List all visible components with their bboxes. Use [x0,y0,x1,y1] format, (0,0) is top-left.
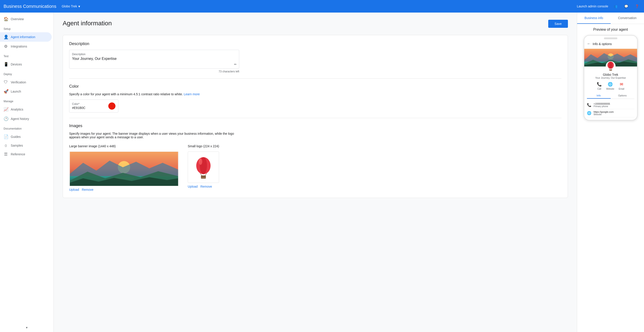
app-title: Business Communications [4,4,56,9]
sidebar: 🏠 Overview Setup 👤 Agent information ⚙ I… [0,13,54,332]
description-value: Your Journey, Our Expertise [72,57,236,66]
phone-info-rows: 📞 +15555555555 Primary phone 🌐 https://g… [587,101,634,117]
logo-actions: Upload Remove [188,185,219,188]
phone-header-title: Info & options [593,42,612,46]
svg-rect-14 [201,176,206,177]
phone-info-value: +15555555555 [594,102,610,105]
sidebar-item-overview[interactable]: 🏠 Overview [0,14,52,24]
logo-image-block: Small logo (224 x 224) [188,144,219,188]
sidebar-item-launch[interactable]: 🚀 Launch [0,87,52,96]
logo-upload-link[interactable]: Upload [188,185,198,188]
sidebar-item-integrations[interactable]: ⚙ Integrations [0,42,52,51]
sidebar-scroll-down[interactable]: ▾ [24,325,30,330]
email-icon: ✉ [620,82,623,87]
banner-image-block: Large banner image (1440 x 448) [69,144,179,192]
tab-business-info[interactable]: Business info [577,13,611,24]
devices-icon: 📱 [4,62,8,67]
sidebar-item-label: Launch [11,90,21,93]
svg-point-10 [199,158,202,165]
banner-actions: Upload Remove [69,188,179,192]
analytics-icon: 📈 [4,107,8,112]
sidebar-section-deploy: Deploy [0,69,54,78]
page-header: Agent information Save [63,20,568,28]
phone-logo-overlay [606,61,616,71]
images-hint: Specify images for your agent. The banne… [69,132,239,139]
right-panel: Business info Conversation Preview of yo… [577,13,644,332]
launch-icon: 🚀 [4,89,8,94]
sidebar-item-reference[interactable]: ☰ Reference [0,149,52,159]
save-button[interactable]: Save [548,20,568,28]
phone-banner-wrapper [584,49,637,67]
sidebar-item-label: Analytics [11,108,23,111]
images-grid: Large banner image (1440 x 448) [69,144,562,192]
phone-action-website: 🌐 Website [606,82,614,90]
samples-icon: ⟨⟩ [4,144,8,147]
chevron-down-icon: ▾ [78,4,80,9]
call-label: Call [597,88,601,90]
svg-rect-25 [609,70,612,71]
sidebar-section-manage: Manage [0,96,54,105]
description-field[interactable]: Description Your Journey, Our Expertise … [69,50,239,69]
color-hint: Specify a color for your agent with a mi… [69,92,562,96]
description-section-title: Description [69,42,562,46]
preview-title: Preview of your agent [581,28,640,32]
phone-header: ← Info & options [584,39,637,49]
people-icon[interactable]: 👥 [612,3,619,10]
phone-tab-options[interactable]: Options [611,93,634,99]
sidebar-section-setup: Setup [0,24,54,32]
sidebar-item-guides[interactable]: 📄 Guides [0,132,52,141]
color-field[interactable]: Color* #E91B0C [69,100,118,112]
sidebar-item-verification[interactable]: 🛡 Verification [0,78,52,87]
phone-agent-name: Globo Trek [587,73,634,76]
phone-agent-desc: Your Journey, Our Expertise [587,76,634,79]
right-panel-tabs: Business info Conversation [577,13,644,24]
logo-remove-link[interactable]: Remove [200,185,212,188]
phone-info-label: Primary phone [594,105,610,108]
top-nav: Business Communications Globo Trek ▾ Lau… [0,0,644,13]
banner-upload-link[interactable]: Upload [69,188,79,192]
email-label: Email [619,88,624,90]
phone-info-row-website: 🌐 https://google.com Website [587,109,634,117]
guides-icon: 📄 [4,134,8,139]
sidebar-item-label: Guides [11,135,20,138]
phone-info-value: https://google.com [594,110,614,113]
home-icon: 🏠 [4,17,8,22]
phone-action-email: ✉ Email [619,82,624,90]
launch-admin-link[interactable]: Launch admin console [577,5,608,8]
chat-icon[interactable]: 💬 [622,3,630,10]
tab-conversation[interactable]: Conversation [611,13,644,24]
sidebar-item-label: Agent information [11,35,35,39]
banner-container [69,151,179,186]
sidebar-section-test: Test [0,51,54,60]
phone-mockup: ← Info & options [584,35,638,120]
brand-selector[interactable]: Globo Trek ▾ [62,4,80,9]
phone-tab-info[interactable]: Info [587,93,611,99]
help-icon[interactable]: ❓ [633,3,640,10]
banner-remove-link[interactable]: Remove [82,188,93,192]
logo-label: Small logo (224 x 224) [188,144,219,148]
sidebar-item-analytics[interactable]: 📈 Analytics [0,105,52,114]
color-label: Color* [72,102,86,106]
color-dot [108,102,116,110]
edit-icon[interactable]: ✏ [234,63,237,66]
sidebar-item-label: Verification [11,80,26,84]
sidebar-item-label: Integrations [11,45,27,48]
sidebar-item-agent-history[interactable]: 🕐 Agent history [0,114,52,123]
learn-more-link[interactable]: Learn more [184,92,200,96]
phone-actions: 📞 Call 🌐 Website ✉ Email [587,82,634,90]
color-value: #E91B0C [72,106,86,110]
right-panel-content: Preview of your agent ← Info & options [577,24,644,332]
sidebar-section-docs: Documentation [0,123,54,132]
sidebar-item-label: Devices [11,63,22,66]
banner-label: Large banner image (1440 x 448) [69,144,179,148]
sidebar-item-samples[interactable]: ⟨⟩ Samples [0,141,52,149]
page-title: Agent information [63,20,112,27]
sidebar-item-label: Samples [11,144,23,147]
sidebar-item-devices[interactable]: 📱 Devices [0,60,52,69]
description-label: Description [72,53,236,56]
sidebar-item-label: Agent history [11,117,29,121]
phone-info-label: Website [594,113,614,116]
sidebar-item-label: Overview [11,17,24,21]
description-section: Description Description Your Journey, Ou… [63,35,568,198]
sidebar-item-agent-information[interactable]: 👤 Agent information [0,32,52,42]
